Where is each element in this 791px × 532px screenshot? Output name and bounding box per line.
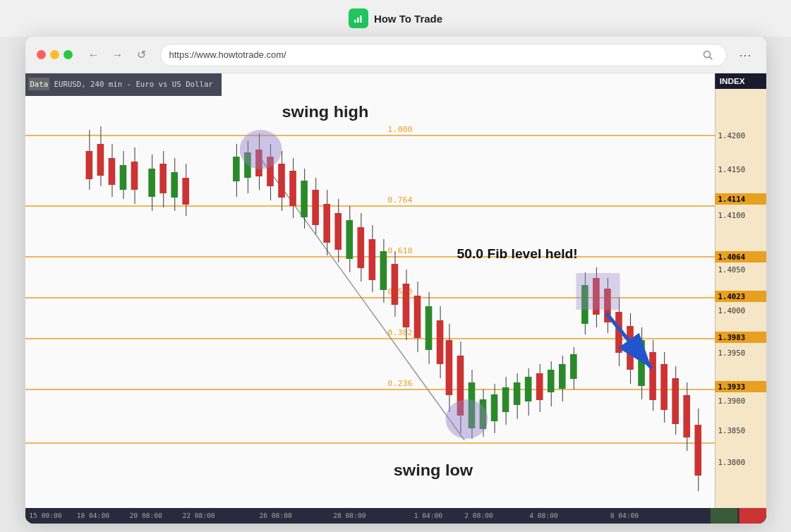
- svg-rect-0: [354, 20, 356, 23]
- svg-rect-96: [547, 370, 554, 392]
- close-button[interactable]: [37, 50, 46, 59]
- more-options-button[interactable]: ⋯: [735, 45, 755, 65]
- svg-text:1.3800: 1.3800: [718, 458, 745, 466]
- svg-text:0.618: 0.618: [387, 246, 413, 255]
- svg-text:1.4050: 1.4050: [718, 265, 745, 274]
- url-text: https://www.howtotrade.com/: [169, 49, 692, 60]
- svg-rect-2: [360, 16, 362, 23]
- svg-text:1.3983: 1.3983: [718, 333, 745, 341]
- svg-rect-156: [710, 508, 737, 524]
- svg-text:1.000: 1.000: [387, 124, 413, 134]
- address-bar[interactable]: https://www.howtotrade.com/: [160, 44, 727, 66]
- svg-rect-76: [436, 320, 443, 364]
- svg-rect-120: [683, 395, 690, 437]
- svg-rect-48: [278, 164, 285, 198]
- svg-text:INDEX: INDEX: [719, 77, 744, 85]
- svg-text:20 08:00: 20 08:00: [129, 512, 162, 519]
- svg-rect-116: [660, 364, 668, 410]
- svg-rect-64: [368, 239, 375, 280]
- svg-text:1.4064: 1.4064: [718, 253, 745, 261]
- svg-text:1.4200: 1.4200: [718, 131, 745, 140]
- svg-text:2 08:00: 2 08:00: [464, 512, 493, 519]
- svg-rect-118: [672, 378, 679, 424]
- minimize-button[interactable]: [50, 50, 59, 59]
- svg-rect-26: [108, 158, 115, 185]
- browser-chrome: ← → ↺ https://www.howtotrade.com/ ⋯: [25, 37, 766, 73]
- svg-rect-114: [649, 352, 656, 400]
- svg-point-162: [239, 130, 282, 169]
- app-icon: [349, 8, 368, 28]
- chart-svg: 1.000 0.764 0.618 0.500 0.382 0.236: [25, 73, 766, 524]
- svg-rect-68: [391, 264, 398, 305]
- svg-text:15 00:00: 15 00:00: [29, 512, 61, 519]
- forward-button[interactable]: →: [108, 45, 128, 65]
- svg-text:18 04:00: 18 04:00: [76, 512, 109, 519]
- maximize-button[interactable]: [64, 50, 73, 59]
- svg-text:1.3933: 1.3933: [718, 382, 745, 391]
- svg-rect-40: [233, 157, 240, 181]
- svg-text:0.236: 0.236: [387, 378, 413, 388]
- back-button[interactable]: ←: [84, 45, 104, 65]
- svg-rect-54: [312, 190, 319, 225]
- svg-text:1.3900: 1.3900: [718, 397, 745, 405]
- svg-text:1 04:00: 1 04:00: [413, 512, 442, 519]
- svg-rect-86: [490, 394, 497, 421]
- svg-rect-38: [182, 178, 189, 205]
- svg-rect-66: [380, 251, 387, 290]
- svg-rect-52: [301, 181, 308, 217]
- svg-rect-70: [402, 284, 409, 327]
- svg-rect-56: [323, 204, 330, 243]
- svg-text:1.4100: 1.4100: [718, 211, 745, 219]
- svg-rect-72: [413, 296, 421, 338]
- svg-text:1.4114: 1.4114: [718, 195, 745, 203]
- svg-rect-90: [513, 382, 520, 405]
- svg-text:1.4000: 1.4000: [718, 306, 745, 315]
- svg-rect-112: [638, 340, 645, 386]
- svg-rect-1: [357, 18, 359, 23]
- svg-rect-62: [357, 227, 364, 268]
- svg-text:26 08:00: 26 08:00: [259, 512, 291, 519]
- svg-rect-36: [171, 172, 178, 198]
- search-icon[interactable]: [698, 45, 718, 65]
- svg-rect-22: [85, 151, 92, 179]
- nav-buttons: ← → ↺: [84, 45, 152, 65]
- svg-rect-157: [739, 508, 766, 524]
- svg-rect-34: [159, 164, 167, 193]
- svg-text:4 08:00: 4 08:00: [529, 512, 557, 519]
- svg-rect-24: [97, 144, 104, 176]
- svg-text:0.382: 0.382: [387, 327, 412, 337]
- svg-text:swing low: swing low: [393, 461, 473, 479]
- svg-rect-122: [694, 425, 701, 476]
- svg-rect-74: [425, 306, 432, 350]
- title-bar: How To Trade: [0, 0, 791, 37]
- svg-rect-100: [569, 354, 576, 379]
- svg-rect-28: [119, 165, 126, 190]
- svg-rect-94: [536, 373, 543, 400]
- svg-rect-88: [502, 387, 509, 412]
- svg-rect-98: [558, 364, 565, 389]
- svg-text:swing high: swing high: [282, 103, 368, 121]
- svg-rect-164: [576, 273, 620, 310]
- svg-line-4: [709, 56, 712, 59]
- svg-point-163: [445, 399, 488, 439]
- svg-text:EURUSD, 240 min - Euro vs US D: EURUSD, 240 min - Euro vs US Dollar: [54, 80, 212, 88]
- app-title: How To Trade: [374, 13, 442, 25]
- svg-text:1.3850: 1.3850: [718, 426, 745, 435]
- svg-text:1.4023: 1.4023: [718, 292, 745, 301]
- chart-container: 1.000 0.764 0.618 0.500 0.382 0.236: [25, 73, 766, 524]
- svg-text:0.764: 0.764: [387, 195, 413, 205]
- svg-text:22 08:00: 22 08:00: [182, 512, 215, 519]
- svg-text:Data: Data: [30, 80, 48, 88]
- svg-rect-58: [334, 213, 342, 250]
- refresh-button[interactable]: ↺: [132, 45, 152, 65]
- svg-text:1.4150: 1.4150: [718, 165, 745, 174]
- svg-rect-78: [445, 340, 452, 395]
- svg-rect-60: [346, 220, 353, 259]
- svg-rect-92: [524, 377, 531, 401]
- svg-text:50.0 Fib level held!: 50.0 Fib level held!: [457, 247, 577, 261]
- svg-text:28 08:00: 28 08:00: [333, 512, 366, 519]
- svg-text:1.3950: 1.3950: [718, 349, 745, 357]
- svg-text:8 04:00: 8 04:00: [610, 512, 638, 519]
- svg-rect-30: [131, 162, 138, 190]
- svg-rect-32: [148, 169, 155, 197]
